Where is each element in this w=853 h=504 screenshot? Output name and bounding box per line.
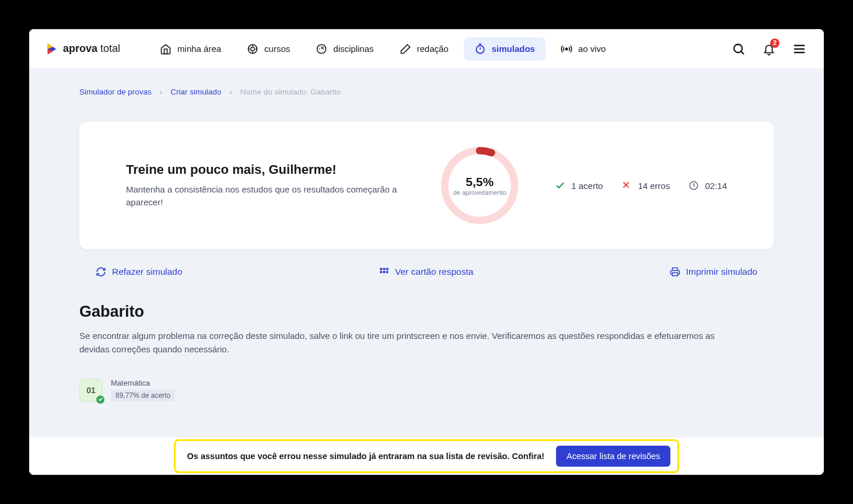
search-button[interactable]: [730, 41, 747, 57]
menu-button[interactable]: [791, 41, 807, 57]
nav-disciplinas[interactable]: disciplinas: [305, 37, 384, 61]
nav-simulados[interactable]: simulados: [464, 37, 546, 61]
svg-rect-18: [672, 273, 677, 276]
action-label: Ver cartão resposta: [395, 267, 473, 277]
svg-rect-15: [380, 271, 382, 274]
question-number: 01: [86, 386, 96, 395]
printer-icon: [670, 267, 680, 277]
breadcrumb-link-1[interactable]: Simulador de provas: [79, 88, 152, 96]
performance-gauge: 5,5% de aproveitamento: [439, 145, 520, 226]
breadcrumb-link-2[interactable]: Criar simulado: [170, 88, 221, 96]
gauge-icon: [316, 43, 327, 55]
gauge-percent: 5,5%: [466, 175, 494, 189]
stat-time: 02:14: [688, 180, 727, 191]
nav-label: disciplinas: [333, 44, 373, 54]
revision-highlight: Os assuntos que você errou nesse simulad…: [174, 439, 680, 473]
nav-redacao[interactable]: redação: [389, 37, 459, 61]
action-label: Refazer simulado: [112, 267, 183, 277]
pencil-icon: [400, 43, 411, 55]
print-simulado-button[interactable]: Imprimir simulado: [670, 267, 757, 277]
nav-cursos[interactable]: cursos: [236, 37, 300, 61]
nav-label: redação: [417, 44, 449, 54]
page-content: Simulador de provas › Criar simulado › N…: [29, 69, 824, 438]
stat-wrong-label: 14 erros: [638, 181, 670, 191]
nav-label: minha área: [177, 44, 221, 54]
question-subject: Matemática: [111, 379, 175, 387]
check-icon: [555, 180, 565, 191]
svg-rect-12: [380, 268, 382, 270]
search-icon: [732, 42, 746, 56]
svg-rect-13: [383, 268, 385, 270]
svg-rect-14: [386, 268, 389, 270]
brand-text: aprova total: [63, 43, 120, 55]
x-icon: [621, 180, 632, 191]
breadcrumb-current: Nome do simulado: Gabarito: [240, 88, 341, 96]
redo-simulado-button[interactable]: Refazer simulado: [96, 267, 183, 277]
revision-banner: Os assuntos que você errou nesse simulad…: [29, 438, 824, 475]
question-meta: Matemática 89,77% de acerto: [111, 379, 175, 401]
chevron-right-icon: ›: [229, 88, 232, 96]
svg-point-8: [734, 44, 742, 52]
question-item[interactable]: 01 Matemática 89,77% de acerto: [79, 379, 774, 402]
svg-point-7: [565, 48, 567, 50]
home-icon: [160, 43, 172, 55]
stat-correct: 1 acerto: [555, 180, 603, 191]
gauge-sublabel: de aproveitamento: [453, 189, 506, 196]
hamburger-icon: [792, 42, 806, 56]
brand-logo[interactable]: aprova total: [46, 43, 120, 55]
result-summary-card: Treine um pouco mais, Guilherme! Mantenh…: [79, 122, 774, 249]
clock-icon: [688, 180, 699, 191]
svg-rect-17: [386, 271, 389, 274]
grid-icon: [379, 267, 389, 277]
revision-text: Os assuntos que você errou nesse simulad…: [187, 452, 544, 461]
topbar: aprova total minha área cursos disciplin…: [29, 29, 824, 69]
refresh-icon: [96, 267, 106, 277]
view-answer-card-button[interactable]: Ver cartão resposta: [379, 267, 473, 277]
result-subtitle: Mantenha a consistência nos estudos que …: [126, 183, 404, 209]
nav-minha-area[interactable]: minha área: [149, 37, 232, 61]
gabarito-title: Gabarito: [79, 303, 774, 321]
notification-badge: 2: [770, 38, 779, 48]
result-actions: Refazer simulado Ver cartão resposta Imp…: [79, 267, 774, 277]
broadcast-icon: [561, 43, 572, 55]
access-revisions-button[interactable]: Acessar lista de revisões: [556, 446, 670, 467]
question-number-badge: 01: [79, 379, 103, 402]
target-icon: [247, 43, 258, 55]
gabarito-description: Se encontrar algum problema na correção …: [79, 329, 721, 356]
stopwatch-icon: [474, 43, 486, 55]
result-message: Treine um pouco mais, Guilherme! Mantenh…: [126, 162, 404, 209]
play-logo-icon: [46, 43, 58, 55]
nav-label: simulados: [492, 44, 535, 54]
topbar-right: 2: [730, 41, 807, 57]
action-label: Imprimir simulado: [686, 267, 757, 277]
notifications-button[interactable]: 2: [761, 41, 777, 57]
nav-label: cursos: [264, 44, 290, 54]
stat-correct-label: 1 acerto: [571, 181, 603, 191]
app-window: aprova total minha área cursos disciplin…: [29, 29, 824, 475]
main-nav: minha área cursos disciplinas redação si…: [149, 37, 730, 61]
check-badge-icon: [96, 396, 104, 404]
stat-wrong: 14 erros: [621, 180, 670, 191]
svg-point-4: [251, 47, 255, 51]
nav-label: ao vivo: [578, 44, 606, 54]
nav-ao-vivo[interactable]: ao vivo: [550, 37, 617, 61]
stat-time-label: 02:14: [705, 181, 727, 191]
breadcrumb: Simulador de provas › Criar simulado › N…: [79, 88, 774, 96]
result-title: Treine um pouco mais, Guilherme!: [126, 162, 404, 177]
chevron-right-icon: ›: [160, 88, 163, 96]
result-stats: 1 acerto 14 erros 02:14: [555, 180, 727, 191]
question-accuracy: 89,77% de acerto: [111, 390, 175, 401]
svg-rect-16: [383, 271, 385, 274]
